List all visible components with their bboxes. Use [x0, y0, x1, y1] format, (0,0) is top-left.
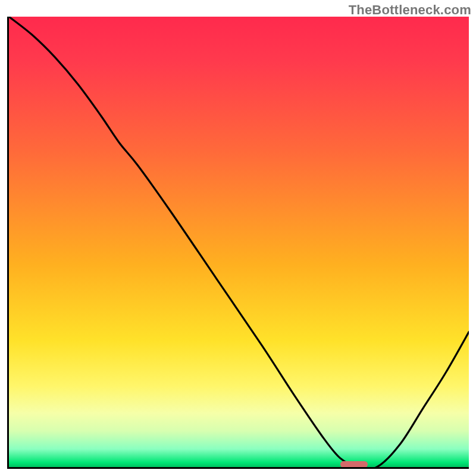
chart-frame: TheBottleneck.com	[0, 0, 476, 476]
watermark-text: TheBottleneck.com	[349, 2, 471, 18]
bottleneck-curve	[9, 17, 469, 467]
optimal-marker	[340, 461, 368, 468]
plot-area	[7, 17, 469, 469]
